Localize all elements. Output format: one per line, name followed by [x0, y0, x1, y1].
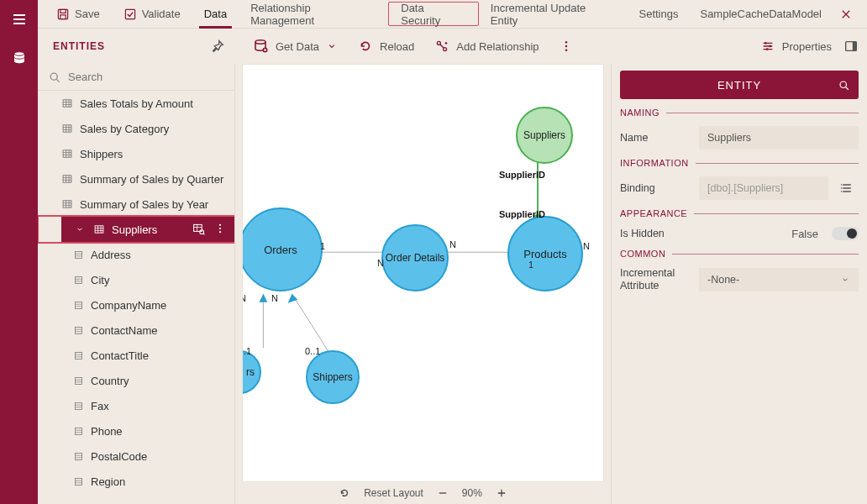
zoom-out-icon[interactable]	[437, 487, 449, 499]
tree-item-label: Shippers	[80, 148, 123, 160]
search-box[interactable]	[38, 64, 234, 91]
tree-child-label: Phone	[91, 425, 123, 438]
prop-binding-label: Binding	[620, 182, 692, 194]
reload-icon	[358, 39, 373, 54]
binding-list-button[interactable]	[835, 176, 859, 200]
node-products[interactable]: Products	[507, 216, 583, 291]
search-input[interactable]	[68, 71, 224, 83]
column-icon	[73, 300, 84, 311]
table-search-icon[interactable]	[192, 223, 206, 236]
menu-data[interactable]: Data	[192, 0, 239, 28]
table-icon	[61, 123, 73, 134]
left-rail	[0, 0, 38, 504]
properties-button[interactable]: Properties	[760, 39, 832, 54]
menu-relationship-label: Relationship Management	[250, 2, 376, 27]
close-button[interactable]	[832, 0, 860, 28]
status-bar: Reset Layout 90%	[235, 482, 611, 504]
properties-panel: ENTITY NAMING Name Suppliers INFORMATION…	[611, 64, 867, 504]
table-icon	[61, 97, 73, 109]
prop-name-field[interactable]: Suppliers	[699, 126, 859, 150]
entities-tree: Sales Totals by Amount Sales by Category…	[38, 91, 234, 504]
node-shippers[interactable]: Shippers	[306, 350, 360, 404]
table-icon	[61, 173, 73, 185]
tree-child[interactable]: Address	[38, 242, 234, 267]
node-orders[interactable]: Orders	[242, 207, 323, 291]
reload-button[interactable]: Reload	[358, 39, 414, 54]
reload-label: Reload	[380, 40, 414, 53]
column-icon	[73, 249, 84, 260]
menu-save[interactable]: Save	[45, 0, 112, 28]
column-icon	[73, 451, 84, 462]
prop-incremental-select[interactable]: -None-	[699, 268, 859, 291]
section-appearance: APPEARANCE	[620, 208, 859, 218]
tree-child[interactable]: Phone	[38, 418, 234, 444]
menu-validate[interactable]: Validate	[112, 0, 192, 28]
add-relationship-button[interactable]: Add Relationship	[434, 39, 539, 54]
cardinality-label: N	[449, 239, 456, 249]
entities-sidebar: Sales Totals by Amount Sales by Category…	[38, 64, 235, 504]
menu-data-security[interactable]: Data Security	[388, 2, 479, 26]
tree-child-label: CompanyName	[91, 299, 166, 312]
tree-child[interactable]: Region	[38, 469, 234, 494]
cardinality-label: ..1	[242, 346, 251, 356]
menu-incremental-label: Incremental Update Entity	[491, 2, 616, 27]
search-icon[interactable]	[838, 79, 850, 92]
more-icon[interactable]	[214, 223, 226, 236]
diagram-canvas[interactable]: Orders Order Details Products Suppliers …	[235, 64, 611, 504]
table-icon	[93, 223, 105, 235]
menu-incremental[interactable]: Incremental Update Entity	[479, 0, 628, 28]
reset-layout-label[interactable]: Reset Layout	[364, 487, 423, 499]
toolbar: ENTITIES Get Data Reload Add Relationshi…	[38, 29, 867, 64]
panel-toggle-icon[interactable]	[843, 39, 859, 54]
hidden-toggle[interactable]	[832, 227, 859, 240]
cardinality-label: 1	[320, 241, 325, 251]
properties-label: Properties	[782, 40, 832, 53]
menu-save-label: Save	[75, 8, 100, 20]
zoom-in-icon[interactable]	[496, 487, 507, 499]
cardinality-label: 0..1	[305, 346, 320, 356]
reset-layout-icon[interactable]	[339, 487, 350, 499]
menu-settings[interactable]: Settings	[627, 0, 690, 28]
get-data-button[interactable]: Get Data	[252, 38, 338, 55]
column-icon	[73, 401, 84, 412]
more-icon[interactable]	[560, 39, 573, 53]
pin-icon[interactable]	[210, 39, 225, 54]
menu-relationship[interactable]: Relationship Management	[239, 0, 388, 28]
menu-security-label: Data Security	[401, 2, 466, 27]
tree-child[interactable]: Country	[38, 368, 234, 393]
node-suppliers[interactable]: Suppliers	[516, 107, 573, 164]
prop-hidden-label: Is Hidden	[620, 228, 785, 239]
node-order-details[interactable]: Order Details	[381, 224, 449, 291]
tree-item[interactable]: Sales by Category	[38, 116, 234, 141]
save-icon	[56, 8, 70, 21]
tree-child-label: City	[91, 274, 109, 286]
tree-item[interactable]: Sales Totals by Amount	[38, 91, 234, 116]
tree-child[interactable]: ContactTitle	[38, 343, 234, 368]
tree-item[interactable]: Summary of Sales by Quarter	[38, 166, 234, 192]
get-data-label: Get Data	[276, 40, 319, 53]
tree-child[interactable]: Fax	[38, 393, 234, 418]
tree-item-suppliers[interactable]: Suppliers	[61, 217, 234, 242]
prop-binding-field: [dbo].[Suppliers]	[699, 176, 828, 200]
tree-child-label: ContactName	[91, 324, 157, 337]
tree-item[interactable]: Summary of Sales by Year	[38, 192, 234, 217]
tree-item-label: Summary of Sales by Quarter	[80, 173, 223, 186]
tree-child[interactable]: City	[38, 267, 234, 292]
svg-marker-37	[260, 294, 268, 302]
sliders-icon	[760, 39, 775, 54]
database-icon[interactable]	[10, 49, 29, 67]
tree-child[interactable]: ContactName	[38, 318, 234, 343]
tree-child[interactable]: CompanyName	[38, 292, 234, 318]
hamburger-icon[interactable]	[10, 10, 29, 29]
prop-name-label: Name	[620, 132, 692, 144]
tree-item[interactable]: Shippers	[38, 141, 234, 166]
entities-title: ENTITIES	[53, 40, 105, 52]
cardinality-label: N	[271, 293, 278, 303]
table-icon	[61, 148, 73, 160]
column-icon	[73, 325, 84, 336]
menu-data-label: Data	[204, 8, 227, 20]
tree-child-label: PostalCode	[91, 450, 147, 463]
chevron-down-icon	[840, 275, 850, 285]
cardinality-label: N	[242, 293, 246, 303]
tree-child[interactable]: PostalCode	[38, 444, 234, 469]
